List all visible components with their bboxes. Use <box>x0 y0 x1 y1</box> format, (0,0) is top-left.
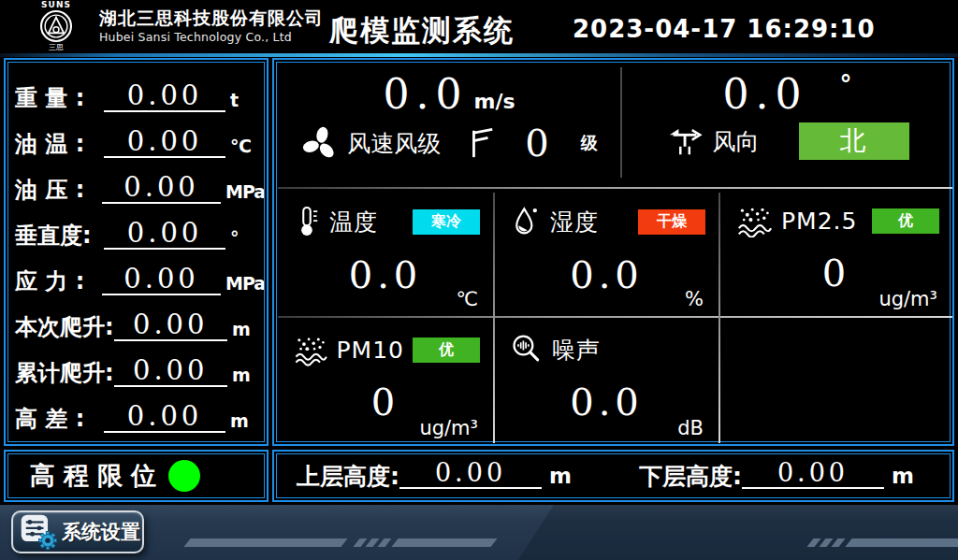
row-unit: ℃ <box>225 134 259 158</box>
page-title: 爬模监测系统 <box>329 11 515 50</box>
row-value: 0.00 <box>102 264 221 295</box>
logo-text-bottom: 三思 <box>49 43 64 51</box>
upper-height-unit: m <box>549 464 572 488</box>
row-label: 垂直度: <box>15 222 104 250</box>
logo-text-top: SUNS <box>41 0 71 9</box>
system-settings-button[interactable]: 系统设置 <box>11 510 144 553</box>
measurements-sidebar: 重 量 : 0.00 t 油 温 : 0.00 ℃ 油 压 : 0.00 MPa… <box>4 58 269 446</box>
settings-sliders-gear-icon <box>19 512 58 552</box>
lower-height-unit: m <box>892 464 914 488</box>
row-value: 0.00 <box>102 172 221 204</box>
row-unit: MPa <box>221 271 259 295</box>
datetime-display: 2023-04-17 16:29:10 <box>573 15 876 43</box>
row-label: 油 温 : <box>15 130 104 158</box>
row-label: 高 差 : <box>15 405 104 433</box>
row-label: 累计爬升: <box>15 359 114 387</box>
grid-line-vertical-1 <box>493 193 495 443</box>
row-value: 0.00 <box>104 401 225 433</box>
header-divider-line <box>0 53 958 57</box>
wind-direction-reading: 北 <box>799 122 909 160</box>
row-value: 0.00 <box>114 309 227 341</box>
row-unit: MPa <box>221 179 259 204</box>
company-name-en: Hubei Sansi Technology Co., Ltd <box>99 30 324 45</box>
row-label: 油 压 : <box>15 176 102 204</box>
wind-direction-unit: ° <box>839 70 851 98</box>
pm10-unit: ug/m³ <box>419 417 478 439</box>
row-unit: t <box>225 88 259 112</box>
humidity-status-badge: 干燥 <box>638 209 705 235</box>
settings-button-label: 系统设置 <box>62 519 140 545</box>
wind-level-value: 0 <box>525 122 548 164</box>
thermometer-icon <box>293 204 321 239</box>
grid-line-horizontal-2 <box>278 316 952 318</box>
stripe <box>831 538 845 547</box>
taskbar-shade <box>518 505 958 560</box>
bottom-taskbar: 系统设置 <box>0 505 958 560</box>
wind-level-flag-icon <box>465 125 497 161</box>
pm25-status-badge: 优 <box>872 208 939 234</box>
upper-height-value: 0.00 <box>399 459 542 489</box>
wind-section-divider <box>620 67 622 178</box>
row-verticality: 垂直度: 0.00 ° <box>15 208 259 250</box>
row-weight: 重 量 : 0.00 t <box>15 71 259 112</box>
lower-height-label: 下层高度: <box>639 461 742 492</box>
temperature-label: 温度 <box>329 207 378 237</box>
environment-panel: 0.0 m/s 风速风级 <box>272 58 954 446</box>
wind-direction-value: 0.0 <box>723 70 808 119</box>
droplet-icon <box>510 204 542 239</box>
grid-line-vertical-2 <box>718 193 720 443</box>
row-height-difference: 高 差 : 0.00 m <box>15 392 259 433</box>
humidity-label: 湿度 <box>550 207 599 237</box>
suns-logo-icon <box>39 9 73 43</box>
pm10-status-badge: 优 <box>413 337 480 363</box>
row-unit: m <box>227 363 259 387</box>
stripe <box>377 538 391 547</box>
wind-vane-icon <box>666 122 705 160</box>
noise-label: 噪声 <box>552 335 601 366</box>
layer-heights-panel: 上层高度: 0.00 m 下层高度: 0.00 m <box>272 450 954 502</box>
row-oil-pressure: 油 压 : 0.00 MPa <box>15 163 259 204</box>
row-current-climb: 本次爬升: 0.00 m <box>15 300 259 341</box>
row-value: 0.00 <box>114 355 227 387</box>
company-name: 湖北三思科技股份有限公司 Hubei Sansi Technology Co.,… <box>99 7 324 45</box>
elevation-limit-indicator <box>168 460 200 492</box>
noise-meter-icon <box>510 333 544 366</box>
monitoring-dashboard: SUNS 三思 湖北三思科技股份有限公司 Hubei Sansi Technol… <box>0 0 958 560</box>
wind-speed-unit: m/s <box>473 90 515 113</box>
grid-line-horizontal-1 <box>278 187 952 189</box>
particles-icon <box>735 204 773 237</box>
humidity-value: 0.0 <box>497 252 717 297</box>
temperature-unit: ℃ <box>456 288 478 310</box>
wind-section: 0.0 m/s 风速风级 <box>277 63 953 185</box>
lower-height-value: 0.00 <box>742 459 884 489</box>
temperature-cell: 温度 寒冷 0.0 ℃ <box>280 191 491 314</box>
wind-speed-label: 风速风级 <box>347 128 441 159</box>
pm10-cell: PM10 优 0 ug/m³ <box>280 320 491 443</box>
wind-speed-value: 0.0 <box>383 70 468 119</box>
upper-height-label: 上层高度: <box>297 461 399 492</box>
row-oil-temperature: 油 温 : 0.00 ℃ <box>15 117 259 158</box>
row-value: 0.00 <box>104 80 225 112</box>
elevation-limit-label: 高程限位 <box>30 459 165 493</box>
row-value: 0.00 <box>104 218 225 250</box>
stripe <box>391 538 497 547</box>
temperature-status-badge: 寒冷 <box>413 209 480 235</box>
particles-icon <box>293 333 328 366</box>
pm25-label: PM2.5 <box>781 208 857 235</box>
fan-icon <box>300 123 340 163</box>
row-unit: m <box>225 409 259 433</box>
elevation-limit-panel: 高程限位 <box>4 450 269 502</box>
row-stress: 应 力 : 0.00 MPa <box>15 254 259 295</box>
row-label: 应 力 : <box>15 267 102 295</box>
wind-direction-block: 0.0 ° 风向 北 <box>621 63 953 185</box>
stripe <box>845 538 958 547</box>
wind-speed-block: 0.0 m/s 风速风级 <box>277 63 621 185</box>
pm25-unit: ug/m³ <box>878 288 937 310</box>
row-value: 0.00 <box>104 126 225 158</box>
row-total-climb: 累计爬升: 0.00 m <box>15 346 259 387</box>
pm10-label: PM10 <box>337 337 404 364</box>
header: SUNS 三思 湖北三思科技股份有限公司 Hubei Sansi Technol… <box>0 0 958 53</box>
humidity-unit: % <box>685 288 704 310</box>
company-logo: SUNS 三思 <box>28 0 84 53</box>
noise-unit: dB <box>677 417 704 439</box>
